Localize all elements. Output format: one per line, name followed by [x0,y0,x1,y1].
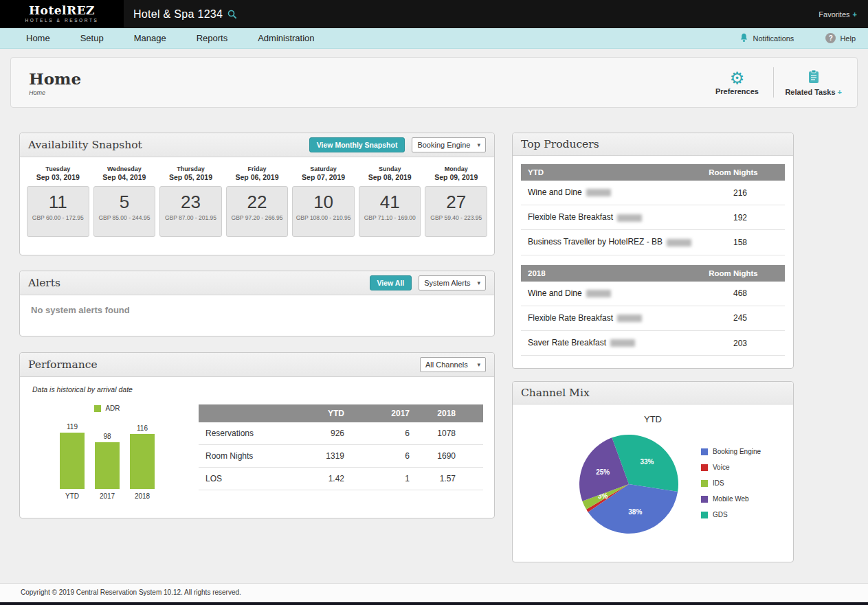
producers-section-header-ytd: YTD Room Nights [521,164,785,181]
hotelrez-logo[interactable]: HotelREZ HOTELS & RESORTS [0,0,124,28]
cell: 1319 [287,445,353,468]
availability-day-box[interactable]: 5 GBP 85.00 - 244.95 [93,186,156,237]
notifications-button[interactable]: Notifications [739,33,794,44]
day-date: Sep 05, 2019 [159,173,222,181]
day-rate: GBP 108.00 - 210.95 [296,214,351,222]
day-date: Sep 08, 2019 [359,173,421,181]
page-header: Home Home ⚙ Preferences Related Tasks + [10,57,858,108]
availability-day: Wednesday Sep 04, 2019 5 GBP 85.00 - 244… [93,165,156,237]
cell: 1078 [418,422,483,445]
producer-name: Wine and Dine [528,187,582,197]
producer-name: Wine and Dine [528,288,582,298]
search-icon[interactable] [227,10,237,19]
nav-item-setup[interactable]: Setup [80,33,104,43]
day-count: 5 [97,192,153,212]
breadcrumb: Home [29,89,81,96]
producer-value: 468 [695,288,785,298]
availability-day: Sunday Sep 08, 2019 41 GBP 71.10 - 169.0… [359,165,421,237]
nav-item-administration[interactable]: Administration [258,33,314,43]
redacted-code [610,339,635,347]
availability-day: Monday Sep 09, 2019 27 GBP 59.40 - 223.9… [425,165,487,237]
day-count: 27 [428,192,484,212]
legend-swatch [701,512,708,518]
day-count: 11 [30,192,86,212]
channel-mix-subtitle: YTD [520,414,786,424]
redacted-code [617,214,642,222]
producer-value: 216 [695,188,785,198]
notifications-label: Notifications [753,34,794,43]
availability-day-box[interactable]: 27 GBP 59.40 - 223.95 [425,186,487,237]
preferences-button[interactable]: ⚙ Preferences [711,70,762,95]
channel-mix-pie: 33%38%3%25% [577,433,680,536]
nav-item-manage[interactable]: Manage [134,33,166,43]
pie-percent-label: 33% [640,458,654,466]
table-header-2017: 2017 [353,404,418,422]
favorites-link[interactable]: Favorites + [819,10,857,19]
view-all-button[interactable]: View All [370,275,412,290]
system-alerts-select[interactable]: System Alerts ▾ [419,275,486,290]
plus-icon: + [853,10,857,19]
bar-rect [60,433,85,489]
day-weekday: Sunday [359,165,421,172]
no-alerts-message: No system alerts found [31,305,483,315]
availability-day: Friday Sep 06, 2019 22 GBP 97.20 - 266.9… [226,165,289,237]
select-value: Booking Engine [417,141,470,149]
availability-day-box[interactable]: 11 GBP 60.00 - 172.95 [27,186,89,237]
legend-label: Booking Engine [713,448,761,455]
table-header-2018: 2018 [418,404,483,422]
bar-2017: 982017 [95,433,120,500]
producer-name: Business Traveller by HotelREZ - BB [528,237,663,247]
alerts-panel: Alerts View All System Alerts ▾ No syste… [19,271,495,336]
table-header-ytd: YTD [287,404,353,422]
channel-mix-legend: Booking Engine Voice IDS Mobile Web [701,448,761,518]
legend-item: GDS [701,511,761,518]
day-count: 41 [362,192,418,212]
day-weekday: Wednesday [93,165,156,172]
producer-value: 245 [695,313,785,323]
availability-day: Saturday Sep 07, 2019 10 GBP 108.00 - 21… [292,165,355,237]
availability-day-box[interactable]: 10 GBP 108.00 - 210.95 [292,186,355,237]
table-row: Reservations 926 6 1078 [199,422,483,445]
divider [773,67,774,98]
cell: 6 [353,445,418,468]
help-button[interactable]: ? Help [825,33,856,43]
page-title: Home [29,69,81,88]
day-rate: GBP 60.00 - 172.95 [30,214,86,222]
availability-snapshot-panel: Availability Snapshot View Monthly Snaps… [19,133,495,255]
table-row: LOS 1.42 1 1.57 [199,468,483,490]
bar-value: 119 [60,423,85,431]
producer-value: 203 [695,339,785,348]
producer-row: Flexible Rate Breakfast 192 [521,205,785,230]
select-value: System Alerts [424,279,470,287]
redacted-code [586,189,611,196]
nav-item-reports[interactable]: Reports [197,33,228,43]
cell: 1.57 [418,468,483,490]
bar-value: 98 [95,433,120,440]
all-channels-select[interactable]: All Channels ▾ [420,357,486,372]
legend-swatch [701,448,708,455]
chevron-down-icon: ▾ [477,361,480,368]
availability-day: Thursday Sep 05, 2019 23 GBP 87.00 - 201… [159,165,222,237]
producer-value: 158 [695,238,785,247]
availability-day-box[interactable]: 23 GBP 87.00 - 201.95 [159,186,222,237]
related-tasks-button[interactable]: Related Tasks + [785,69,842,96]
top-producers-panel: Top Producers YTD Room Nights Wine and D… [512,133,794,369]
legend-label: GDS [713,511,728,518]
day-count: 22 [230,192,285,212]
adr-legend-label: ADR [105,404,120,412]
legend-item: IDS [701,479,761,487]
logo-subtitle: HOTELS & RESORTS [0,18,124,23]
booking-engine-select[interactable]: Booking Engine ▾ [412,137,486,152]
bar-rect [95,442,120,489]
day-date: Sep 04, 2019 [93,173,156,181]
channel-mix-pie-wrap: 33%38%3%25% [577,433,680,538]
view-monthly-snapshot-button[interactable]: View Monthly Snapshot [309,137,405,152]
legend-item: Booking Engine [701,448,761,455]
availability-day-box[interactable]: 22 GBP 97.20 - 266.95 [226,186,289,237]
producer-name: Flexible Rate Breakfast [528,313,613,323]
availability-day-box[interactable]: 41 GBP 71.10 - 169.00 [359,186,421,237]
footer: Copyright © 2019 Central Reservation Sys… [0,583,868,605]
bar-2018: 1162018 [130,424,155,500]
nav-item-home[interactable]: Home [26,33,50,43]
redacted-code [586,290,611,297]
